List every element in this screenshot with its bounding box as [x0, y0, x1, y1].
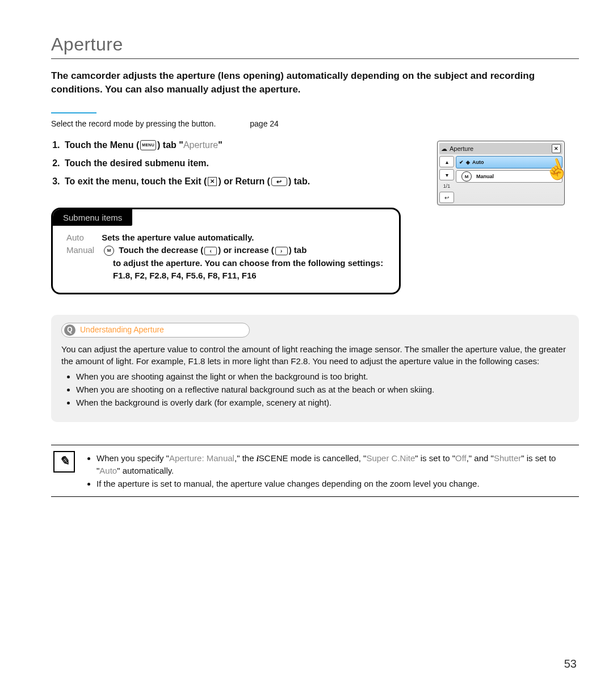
step1-link: Aperture — [183, 140, 218, 150]
n1-link2: Super C.Nite — [366, 453, 415, 463]
understanding-pill-text: Understanding Aperture — [80, 324, 164, 336]
manual-mode-icon: M — [104, 246, 114, 256]
n1-link5: Auto — [99, 466, 117, 475]
step1-part-b: ) tab — [157, 140, 179, 150]
n1g: " automatically. — [117, 466, 174, 475]
n1-iscene: SCENE — [259, 453, 288, 463]
submenu-manual-label: Manual — [66, 244, 99, 257]
n1b: ," the — [234, 453, 257, 463]
submenu-auto-row: Auto Sets the aperture value automatical… — [66, 231, 385, 244]
return-icon: ↩ — [271, 177, 287, 186]
intro-text: The camcorder adjusts the aperture (lens… — [51, 69, 579, 96]
lcd-header: ☁ Aperture ✕ — [439, 143, 562, 154]
submenu-box: Submenu items Auto Sets the aperture val… — [51, 208, 401, 294]
note-icon: ✎ — [53, 451, 75, 473]
decrease-icon: ‹ — [204, 247, 217, 255]
lcd-panel: ☁ Aperture ✕ ▴ ▾ 1/1 ↩ ✔ ◈ Auto M Manual… — [437, 141, 565, 205]
understanding-box: Q Understanding Aperture You can adjust … — [51, 315, 579, 422]
submenu-header: Submenu items — [53, 209, 132, 226]
scroll-up-button[interactable]: ▴ — [439, 156, 454, 167]
lcd-auto-label: Auto — [472, 159, 484, 165]
n1-link3: Off — [455, 453, 467, 463]
aperture-cloud-icon: ☁ — [441, 145, 447, 153]
step3-part-a: To exit the menu, touch the Exit ( — [65, 176, 207, 186]
page-title: Aperture — [51, 34, 579, 59]
submenu-auto-label: Auto — [66, 231, 99, 244]
lcd-manual-label: Manual — [476, 174, 494, 179]
submenu-manual-a: Touch the decrease ( — [119, 245, 203, 255]
n1c: mode is cancelled, " — [288, 453, 367, 463]
return-button[interactable]: ↩ — [439, 192, 454, 203]
precheck-pageref: page 24 — [250, 119, 279, 128]
exit-icon: ✕ — [208, 177, 217, 186]
lcd-title: Aperture — [450, 145, 473, 152]
lcd-nav: ▴ ▾ 1/1 ↩ — [439, 156, 454, 203]
note-1: When you specify "Aperture: Manual," the… — [96, 452, 577, 476]
lcd-page-indicator: 1/1 — [439, 182, 454, 190]
increase-icon: › — [275, 247, 288, 255]
auto-mode-icon: ◈ — [466, 159, 470, 165]
understanding-item-3: When the background is overly dark (for … — [76, 397, 569, 408]
scroll-down-button[interactable]: ▾ — [439, 169, 454, 180]
precheck-text: Select the record mode by pressing the b… — [51, 119, 216, 128]
understanding-list: When you are shooting against the light … — [61, 370, 569, 408]
understanding-item-2: When you are shooting on a reflective na… — [76, 383, 569, 395]
menu-icon: MENU — [140, 140, 156, 150]
submenu-auto-text: Sets the aperture value automatically. — [102, 233, 254, 242]
step3-part-b: ) or Return ( — [218, 176, 270, 186]
notes-list: When you specify "Aperture: Manual," the… — [85, 451, 577, 491]
submenu-manual-line2: to adjust the aperture. You can choose f… — [113, 257, 385, 270]
understanding-para: You can adjust the aperture value to con… — [61, 343, 569, 367]
n1a: When you specify " — [96, 453, 169, 463]
close-icon[interactable]: ✕ — [552, 144, 561, 153]
n1e: ," and " — [467, 453, 494, 463]
submenu-manual-row: Manual M Touch the decrease (‹) or incre… — [66, 244, 385, 282]
check-icon: ✔ — [459, 159, 464, 165]
step1-quote-open: " — [179, 140, 183, 150]
submenu-manual-c: ) tab — [289, 245, 307, 255]
manual-mode-icon: M — [461, 171, 472, 182]
step1-part-a: Touch the Menu ( — [65, 140, 139, 150]
step3-part-c: ) tab. — [288, 176, 310, 186]
precheck-divider — [51, 112, 96, 113]
submenu-manual-values: F1.8, F2, F2.8, F4, F5.6, F8, F11, F16 — [113, 269, 385, 282]
precheck-row: Select the record mode by pressing the b… — [51, 119, 579, 128]
n1-link1: Aperture: Manual — [169, 453, 234, 463]
submenu-manual-b: ) or increase ( — [218, 245, 274, 255]
magnifier-icon: Q — [64, 324, 75, 336]
step1-quote-close: " — [218, 140, 222, 150]
n1d: " is set to " — [415, 453, 455, 463]
notes-block: ✎ When you specify "Aperture: Manual," t… — [51, 445, 579, 497]
n1-link4: Shutter — [494, 453, 521, 463]
note-2: If the aperture is set to manual, the ap… — [96, 478, 577, 490]
understanding-pill: Q Understanding Aperture — [61, 323, 250, 338]
page-number: 53 — [564, 657, 577, 671]
understanding-item-1: When you are shooting against the light … — [76, 370, 569, 382]
